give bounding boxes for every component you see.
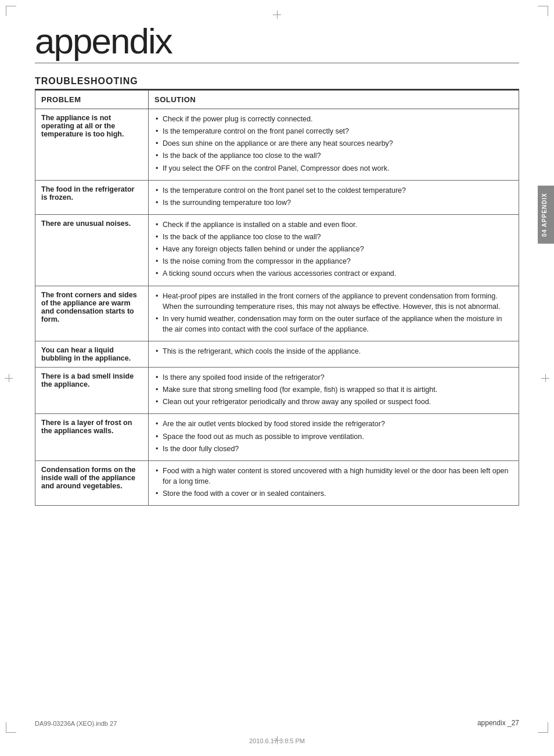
table-row: Condensation forms on the inside wall of… (35, 460, 519, 505)
page: appendix TROUBLESHOOTING PROBLEM SOLUTIO… (0, 0, 554, 756)
center-cross-top (273, 10, 281, 19)
solution-item: Is the back of the appliance too close t… (154, 150, 513, 161)
side-tab: 04 APPENDIX (538, 186, 554, 244)
problem-cell: There is a layer of frost on the applian… (35, 414, 149, 460)
problem-cell: The food in the refrigerator is frozen. (35, 180, 149, 214)
corner-mark-tr (538, 6, 548, 16)
page-title: appendix (35, 23, 519, 63)
solution-item: Check if the power plug is correctly con… (154, 114, 513, 124)
solution-item: Make sure that strong smelling food (for… (154, 384, 513, 395)
problem-cell: The appliance is not operating at all or… (35, 109, 149, 181)
solution-item: Is the surrounding temperature too low? (154, 197, 513, 208)
corner-mark-br (538, 722, 548, 733)
col-header-problem: PROBLEM (35, 91, 149, 109)
solution-item: A ticking sound occurs when the various … (154, 268, 513, 279)
section-heading: TROUBLESHOOTING (35, 76, 519, 90)
footer-right: appendix _27 (477, 719, 519, 727)
table-row: You can hear a liquid bubbling in the ap… (35, 341, 519, 368)
table-row: The appliance is not operating at all or… (35, 109, 519, 181)
solution-item: Is the temperature control on the front … (154, 126, 513, 136)
table-row: The food in the refrigerator is frozen.I… (35, 180, 519, 214)
solution-item: Heat-proof pipes are installed in the fr… (154, 291, 513, 312)
solution-cell: Food with a high water content is stored… (149, 460, 519, 505)
solution-cell: Heat-proof pipes are installed in the fr… (149, 286, 519, 341)
side-cross-right (541, 374, 549, 382)
solution-cell: Is there any spoiled food inside of the … (149, 368, 519, 414)
problem-cell: Condensation forms on the inside wall of… (35, 460, 149, 505)
table-row: The front corners and sides of the appli… (35, 286, 519, 341)
solution-item: This is the refrigerant, which cools the… (154, 346, 513, 357)
table-row: There are unusual noises.Check if the ap… (35, 214, 519, 286)
col-header-solution: SOLUTION (149, 91, 519, 109)
footer-left: DA99-03236A (XEO).indb 27 (35, 720, 117, 727)
solution-item: Have any foreign objects fallen behind o… (154, 244, 513, 254)
solution-cell: Check if the power plug is correctly con… (149, 109, 519, 181)
solution-item: Is the temperature control on the front … (154, 185, 513, 196)
problem-cell: You can hear a liquid bubbling in the ap… (35, 341, 149, 368)
footer-center: 2010.6.17 3:8:5 PM (249, 737, 305, 744)
solution-item: In very humid weather, condensation may … (154, 314, 513, 334)
problem-cell: There are unusual noises. (35, 214, 149, 286)
solution-item: Does sun shine on the appliance or are t… (154, 138, 513, 149)
solution-item: Is the door fully closed? (154, 444, 513, 454)
solution-item: Food with a high water content is stored… (154, 466, 513, 487)
solution-cell: This is the refrigerant, which cools the… (149, 341, 519, 368)
troubleshoot-table: PROBLEM SOLUTION The appliance is not op… (35, 90, 519, 506)
solution-item: Is there any spoiled food inside of the … (154, 372, 513, 383)
solution-cell: Check if the appliance is installed on a… (149, 214, 519, 286)
problem-cell: There is a bad smell inside the applianc… (35, 368, 149, 414)
solution-item: Is the back of the appliance too close t… (154, 232, 513, 242)
solution-cell: Is the temperature control on the front … (149, 180, 519, 214)
solution-item: Is the noise coming from the compressor … (154, 256, 513, 267)
problem-cell: The front corners and sides of the appli… (35, 286, 149, 341)
solution-item: Clean out your refrigerator periodically… (154, 397, 513, 407)
solution-item: Space the food out as much as possible t… (154, 431, 513, 442)
solution-item: Store the food with a cover or in sealed… (154, 488, 513, 499)
corner-mark-bl (6, 722, 16, 733)
side-cross-left (5, 374, 13, 382)
table-row: There is a bad smell inside the applianc… (35, 368, 519, 414)
solution-item: Check if the appliance is installed on a… (154, 219, 513, 230)
solution-cell: Are the air outlet vents blocked by food… (149, 414, 519, 460)
table-row: There is a layer of frost on the applian… (35, 414, 519, 460)
solution-item: If you select the OFF on the control Pan… (154, 163, 513, 174)
solution-item: Are the air outlet vents blocked by food… (154, 419, 513, 429)
corner-mark-tl (6, 6, 16, 16)
